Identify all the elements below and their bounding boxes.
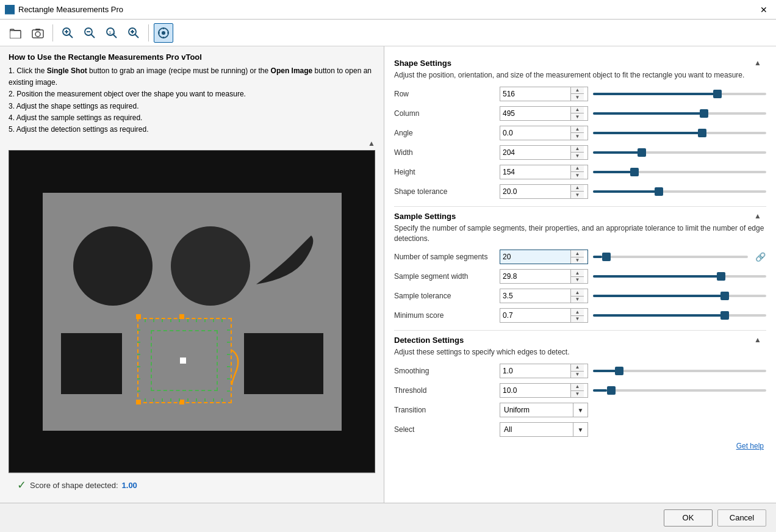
open-file-button[interactable] [6, 23, 26, 43]
num-segments-input[interactable] [500, 250, 570, 264]
min-score-input[interactable] [500, 309, 570, 322]
svg-line-5 [69, 34, 73, 38]
column-slider[interactable] [593, 107, 766, 120]
shape-tolerance-spin-up[interactable]: ▲ [571, 185, 584, 192]
smoothing-slider[interactable] [593, 365, 766, 377]
row-input[interactable] [500, 87, 570, 101]
zoom-fit-button[interactable]: 1:1 [102, 23, 121, 43]
select-dropdown[interactable]: All ▼ [500, 422, 588, 437]
column-row: Column ▲▼ [394, 106, 766, 121]
ok-button[interactable]: OK [664, 509, 713, 527]
column-spin-up[interactable]: ▲ [571, 107, 584, 114]
svg-point-2 [35, 32, 40, 37]
height-slider[interactable] [593, 166, 766, 178]
row-slider[interactable] [593, 88, 766, 100]
column-input[interactable] [500, 107, 570, 120]
sample-tolerance-spin-up[interactable]: ▲ [571, 289, 584, 297]
sample-tolerance-label: Sample tolerance [394, 292, 495, 300]
smoothing-spin-down[interactable]: ▼ [571, 372, 584, 378]
threshold-slider[interactable] [593, 384, 766, 397]
zoom-custom-button[interactable] [124, 23, 143, 43]
close-button[interactable]: ✕ [756, 2, 771, 17]
smoothing-input-wrap: ▲▼ [500, 364, 588, 378]
height-input[interactable] [500, 165, 570, 179]
angle-spin-down[interactable]: ▼ [571, 133, 584, 140]
transition-row: Transition Uniform ▼ [394, 403, 766, 417]
min-score-slider[interactable] [593, 309, 766, 322]
main-content: How to Use the Rectangle Measurements Pr… [0, 46, 776, 503]
cancel-button[interactable]: Cancel [717, 509, 766, 527]
segment-width-spin-down[interactable]: ▼ [571, 277, 584, 284]
width-input[interactable] [500, 146, 570, 159]
num-segments-spin-down[interactable]: ▼ [571, 257, 584, 264]
select-value: All [500, 425, 573, 434]
transition-arrow: ▼ [573, 403, 587, 417]
toolbar-sep-1 [52, 24, 53, 41]
threshold-label: Threshold [394, 386, 495, 395]
handle-tr[interactable] [179, 400, 184, 404]
detection-settings-collapse[interactable]: ▲ [754, 336, 761, 344]
angle-input[interactable] [500, 126, 570, 140]
width-spin-up[interactable]: ▲ [571, 146, 584, 153]
detection-settings-desc: Adjust these settings to specify which e… [394, 347, 766, 358]
num-segments-spin-up[interactable]: ▲ [571, 250, 584, 257]
smoothing-input[interactable] [500, 364, 570, 378]
window-title: Rectangle Measurements Pro [18, 5, 123, 14]
circle-left [73, 226, 153, 306]
shape-tolerance-input[interactable] [500, 185, 570, 198]
angle-spin-up[interactable]: ▲ [571, 126, 584, 134]
angle-row: Angle ▲▼ [394, 126, 766, 140]
segment-width-spin-up[interactable]: ▲ [571, 270, 584, 277]
bottom-bar: OK Cancel [0, 503, 776, 532]
min-score-spin-down[interactable]: ▼ [571, 316, 584, 323]
column-spin-down[interactable]: ▼ [571, 113, 584, 120]
column-label: Column [394, 109, 495, 118]
title-bar: Rectangle Measurements Pro ✕ [0, 0, 776, 20]
height-input-wrap: ▲▼ [500, 165, 588, 179]
transition-dropdown[interactable]: Uniform ▼ [500, 403, 588, 417]
zoom-out-button[interactable] [80, 23, 99, 43]
height-spin-up[interactable]: ▲ [571, 165, 584, 173]
width-spin-down[interactable]: ▼ [571, 153, 584, 159]
handle-tl[interactable] [136, 400, 141, 404]
shape-tolerance-row: Shape tolerance ▲▼ [394, 184, 766, 199]
threshold-input[interactable] [500, 384, 570, 397]
min-score-spin-up[interactable]: ▲ [571, 309, 584, 316]
height-row: Height ▲▼ [394, 165, 766, 179]
segment-width-slider[interactable] [593, 270, 766, 282]
threshold-spin-up[interactable]: ▲ [571, 384, 584, 391]
score-value: 1.00 [122, 481, 137, 490]
view-toggle-button[interactable] [154, 23, 173, 43]
sample-settings-collapse[interactable]: ▲ [754, 212, 761, 220]
row-spin-up[interactable]: ▲ [571, 87, 584, 95]
height-spin-down[interactable]: ▼ [571, 172, 584, 179]
threshold-spin-down[interactable]: ▼ [571, 391, 584, 398]
row-spin-down[interactable]: ▼ [571, 94, 584, 101]
svg-line-9 [91, 34, 95, 38]
link-icon[interactable]: 🔗 [754, 251, 766, 263]
sample-tolerance-slider[interactable] [593, 290, 766, 302]
single-shot-button[interactable] [28, 23, 48, 43]
get-help-link[interactable]: Get help [394, 442, 766, 450]
zoom-in-button[interactable] [58, 23, 77, 43]
smoothing-spin-up[interactable]: ▲ [571, 364, 584, 372]
angle-slider[interactable] [593, 127, 766, 139]
min-score-input-wrap: ▲▼ [500, 308, 588, 323]
left-panel: How to Use the Rectangle Measurements Pr… [0, 46, 384, 503]
shape-tolerance-slider[interactable] [593, 185, 766, 198]
score-bar: ✓ Score of shape detected: 1.00 [9, 473, 375, 497]
segment-width-input[interactable] [500, 270, 570, 283]
width-slider[interactable] [593, 146, 766, 159]
handle-bl[interactable] [136, 314, 141, 319]
num-segments-slider[interactable] [593, 251, 748, 263]
shape-tolerance-spin-down[interactable]: ▼ [571, 192, 584, 198]
shape-settings-collapse[interactable]: ▲ [754, 59, 761, 67]
svg-text:1:1: 1:1 [109, 30, 116, 35]
sample-tolerance-spin-down[interactable]: ▼ [571, 297, 584, 303]
sample-tolerance-input[interactable] [500, 289, 570, 303]
instructions-collapse[interactable]: ▲ [368, 139, 375, 148]
sample-tolerance-input-wrap: ▲▼ [500, 289, 588, 303]
toolbar-sep-2 [148, 24, 149, 41]
row-label: Row [394, 90, 495, 98]
handle-br[interactable] [179, 314, 184, 319]
